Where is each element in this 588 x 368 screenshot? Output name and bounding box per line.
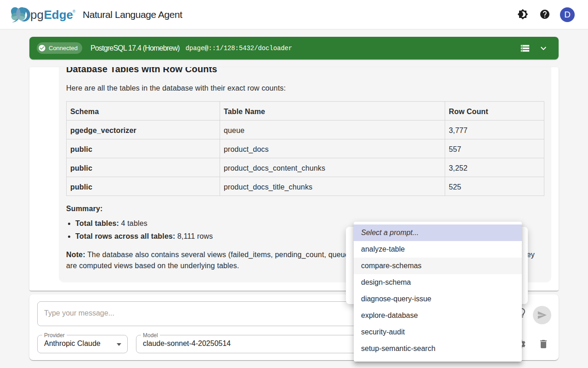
svg-text:Edge: Edge [44, 8, 74, 22]
svg-text:pg: pg [30, 8, 44, 22]
svg-text:®: ® [73, 9, 76, 14]
